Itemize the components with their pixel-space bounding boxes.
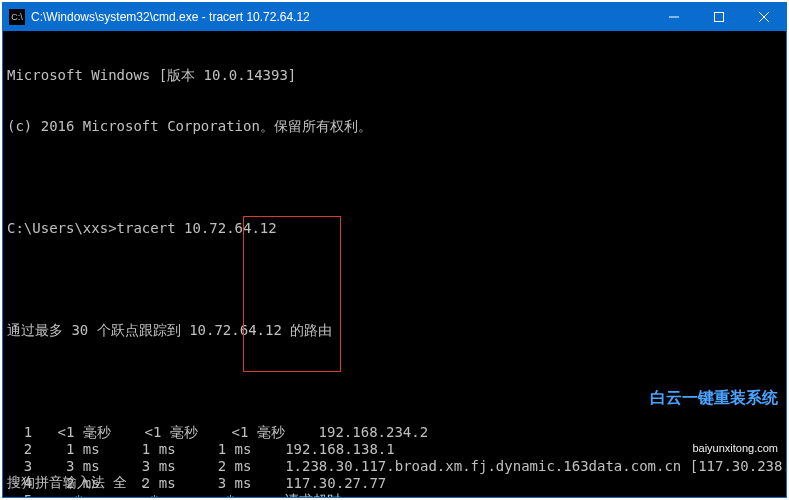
prompt-line: C:\Users\xxs>tracert 10.72.64.12 (7, 220, 782, 237)
hop-row: 1 <1 毫秒 <1 毫秒 <1 毫秒 192.168.234.2 (7, 424, 782, 441)
close-button[interactable] (741, 3, 786, 31)
ime-status: 搜狗拼音输入法 全 ： (7, 474, 150, 491)
maximize-button[interactable] (696, 3, 741, 31)
window-title: C:\Windows\system32\cmd.exe - tracert 10… (31, 10, 651, 24)
copyright-line: (c) 2016 Microsoft Corporation。保留所有权利。 (7, 118, 782, 135)
cmd-window: C:\ C:\Windows\system32\cmd.exe - tracer… (2, 2, 787, 498)
titlebar[interactable]: C:\ C:\Windows\system32\cmd.exe - tracer… (3, 3, 786, 31)
svg-rect-1 (714, 13, 723, 22)
blank-line (7, 169, 782, 186)
version-line: Microsoft Windows [版本 10.0.14393] (7, 67, 782, 84)
terminal-body[interactable]: Microsoft Windows [版本 10.0.14393] (c) 20… (3, 31, 786, 497)
cmd-icon: C:\ (9, 9, 25, 25)
blank-line (7, 373, 782, 390)
hop-row: 3 3 ms 3 ms 2 ms 1.238.30.117.broad.xm.f… (7, 458, 782, 475)
hop-row: 5 * * * 请求超时。 (7, 492, 782, 497)
highlight-box (243, 216, 341, 372)
blank-line (7, 271, 782, 288)
watermark-title: 白云一键重装系统 (650, 389, 778, 406)
window-controls (651, 3, 786, 31)
trace-header: 通过最多 30 个跃点跟踪到 10.72.64.12 的路由 (7, 322, 782, 339)
hop-row: 2 1 ms 1 ms 1 ms 192.168.138.1 (7, 441, 782, 458)
minimize-button[interactable] (651, 3, 696, 31)
